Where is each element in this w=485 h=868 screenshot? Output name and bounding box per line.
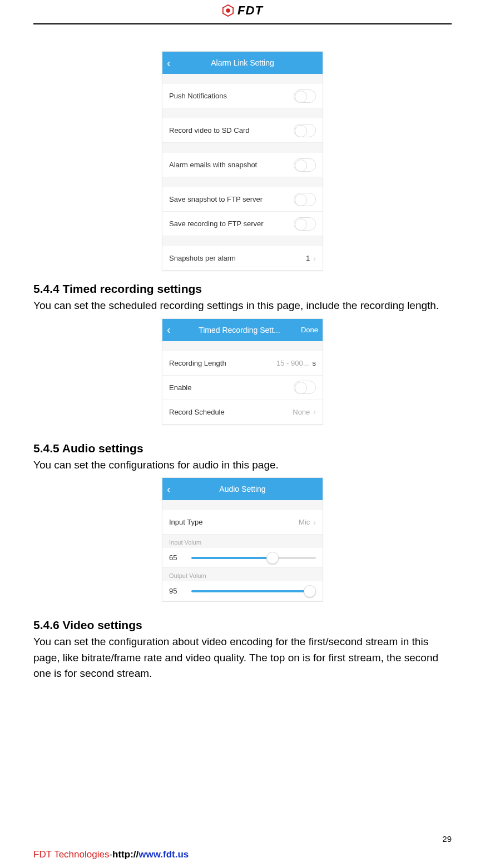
footer-company: FDT Technologies (33, 849, 109, 860)
toggle-icon[interactable] (294, 158, 316, 172)
brand: FDT (222, 3, 263, 18)
label: Recording Length (169, 359, 226, 367)
value: 15 - 900... s (276, 359, 316, 367)
slider-fill (191, 557, 273, 559)
slider-output-volume[interactable]: 95 (162, 581, 323, 601)
label: Input Type (169, 518, 202, 526)
label: Enable (169, 383, 191, 392)
alarm-link-screenshot: ‹ Alarm Link Setting Push Notifications … (162, 51, 323, 271)
text: You can set the configurations for audio… (33, 457, 452, 473)
page-content: ‹ Alarm Link Setting Push Notifications … (33, 24, 452, 682)
slider-input-volume[interactable]: 65 (162, 548, 323, 568)
toggle-icon[interactable] (294, 124, 316, 137)
spacer (162, 177, 323, 187)
label: Snapshots per alarm (169, 254, 236, 262)
row-snapshots-per-alarm[interactable]: Snapshots per alarm 1 › (162, 246, 323, 271)
slider-knob-icon[interactable] (304, 585, 316, 597)
group-output-volume: Output Volum (162, 568, 323, 581)
spacer (162, 341, 323, 351)
toggle-icon[interactable] (294, 381, 316, 394)
svg-point-1 (226, 8, 230, 12)
page-number: 29 (33, 834, 452, 844)
slider-value: 65 (169, 553, 185, 562)
label: Record Schedule (169, 408, 225, 416)
doc-footer: 29 FDT Technologies-http://www.fdt.us (33, 834, 452, 860)
heading: 5.4.4 Timed recording settings (33, 282, 452, 296)
text: You can set the configuration about vide… (33, 634, 452, 682)
label: Alarm emails with snapshot (169, 161, 257, 169)
heading: 5.4.5 Audio settings (33, 442, 452, 455)
brand-hex-icon (222, 4, 234, 17)
back-icon[interactable]: ‹ (167, 323, 178, 336)
label: Record video to SD Card (169, 126, 250, 134)
placeholder: 15 - 900... (276, 359, 309, 367)
text: You can set the scheduled recording sett… (33, 298, 452, 314)
label: Save snapshot to FTP server (169, 195, 263, 203)
app-header-timed: ‹ Timed Recording Sett... Done (162, 319, 323, 341)
section-audio: 5.4.5 Audio settings You can set the con… (33, 442, 452, 602)
app-header-audio: ‹ Audio Setting (162, 478, 323, 500)
label: Push Notifications (169, 92, 227, 100)
value-text: None (293, 408, 310, 416)
slider-fill (191, 590, 310, 592)
row-save-ftp-recording[interactable]: Save recording to FTP server (162, 212, 323, 236)
done-button[interactable]: Done (301, 326, 318, 334)
app-title: Timed Recording Sett... (178, 326, 301, 335)
heading: 5.4.6 Video settings (33, 618, 452, 632)
value-text: Mic (299, 518, 310, 526)
spacer (162, 236, 323, 246)
row-recording-length[interactable]: Recording Length 15 - 900... s (162, 351, 323, 376)
unit: s (313, 359, 316, 367)
footer-line: FDT Technologies-http://www.fdt.us (33, 849, 452, 860)
toggle-icon[interactable] (294, 89, 316, 103)
spacer (162, 143, 323, 153)
back-icon[interactable]: ‹ (167, 483, 178, 496)
slider-knob-icon[interactable] (266, 552, 279, 564)
back-icon[interactable]: ‹ (167, 57, 178, 69)
doc-header: FDT (33, 0, 452, 24)
row-record-schedule[interactable]: Record Schedule None › (162, 400, 323, 425)
spacer (162, 500, 323, 510)
chevron-right-icon: › (313, 518, 316, 527)
brand-text: FDT (237, 3, 263, 18)
slider-remaining (273, 557, 316, 559)
row-record-sd[interactable]: Record video to SD Card (162, 118, 323, 143)
chevron-right-icon: › (313, 407, 316, 416)
section-timed-recording: 5.4.4 Timed recording settings You can s… (33, 282, 452, 425)
spacer (162, 74, 323, 84)
footer-url-domain[interactable]: www.fdt.us (138, 849, 189, 860)
app-header-alarm: ‹ Alarm Link Setting (162, 52, 323, 74)
slider-track[interactable] (191, 557, 316, 559)
spacer (162, 108, 323, 118)
label: Save recording to FTP server (169, 220, 264, 228)
audio-setting-screenshot: ‹ Audio Setting Input Type Mic › Input V… (162, 477, 323, 602)
value: Mic › (299, 518, 316, 527)
timed-recording-screenshot: ‹ Timed Recording Sett... Done Recording… (162, 318, 323, 425)
group-input-volume: Input Volum (162, 535, 323, 548)
chevron-right-icon: › (313, 254, 316, 263)
row-alarm-emails[interactable]: Alarm emails with snapshot (162, 153, 323, 177)
value: 1 › (306, 254, 316, 263)
app-title: Audio Setting (178, 485, 307, 493)
row-enable[interactable]: Enable (162, 376, 323, 400)
row-push-notifications[interactable]: Push Notifications (162, 84, 323, 108)
row-input-type[interactable]: Input Type Mic › (162, 510, 323, 535)
footer-url-proto: http:// (112, 849, 138, 860)
value: None › (293, 407, 316, 416)
slider-track[interactable] (191, 590, 316, 592)
section-video: 5.4.6 Video settings You can set the con… (33, 618, 452, 682)
app-title: Alarm Link Setting (178, 58, 307, 67)
toggle-icon[interactable] (294, 217, 316, 231)
slider-value: 95 (169, 587, 185, 595)
toggle-icon[interactable] (294, 193, 316, 206)
value-text: 1 (306, 254, 310, 262)
row-save-ftp-snapshot[interactable]: Save snapshot to FTP server (162, 187, 323, 212)
